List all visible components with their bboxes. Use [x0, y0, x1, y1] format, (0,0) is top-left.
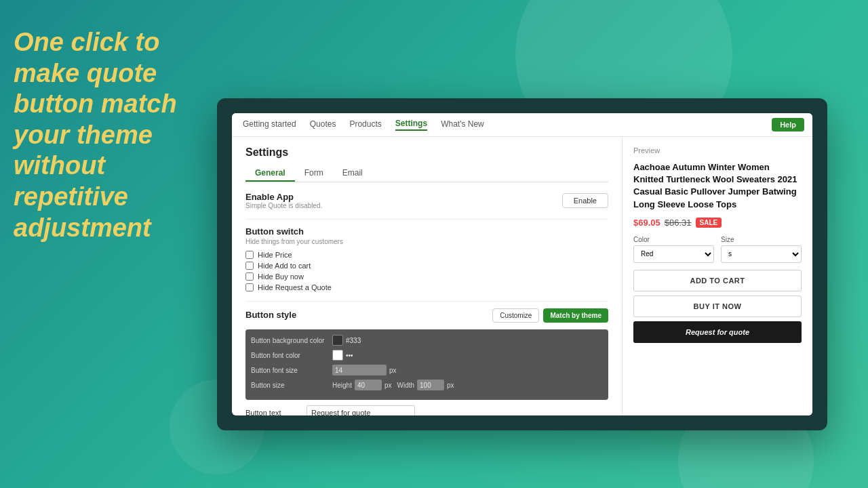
price-sale: $86.31	[665, 218, 692, 228]
product-title: Aachoae Autumn Winter Women Knitted Turt…	[633, 161, 802, 211]
button-style-title: Button style	[245, 310, 296, 320]
font-size-row: Button font size px	[251, 365, 603, 375]
color-option-group: Color Red	[633, 236, 714, 263]
hero-line-4: your theme	[14, 121, 153, 149]
settings-panel: Settings General Form Email Enable App S…	[232, 137, 623, 415]
color-select[interactable]: Red	[633, 245, 714, 263]
nav-whats-new[interactable]: What's New	[441, 119, 484, 130]
nav-getting-started[interactable]: Getting started	[243, 119, 296, 130]
nav-products[interactable]: Products	[349, 119, 381, 130]
checkbox-hide-add-to-cart: Hide Add to cart	[245, 262, 608, 270]
checkbox-hide-price-label: Hide Price	[258, 251, 292, 259]
hero-line-2: make quote	[14, 59, 157, 87]
button-text-input[interactable]	[307, 405, 415, 415]
hero-line-1: One click to	[14, 28, 159, 56]
bg-color-swatch[interactable]	[332, 335, 343, 346]
bg-color-row: Button background color #333	[251, 335, 603, 346]
checkbox-hide-price-input[interactable]	[245, 251, 254, 259]
checkbox-hide-request-quote-label: Hide Request a Quote	[258, 283, 332, 291]
button-switch-title: Button switch	[245, 226, 608, 237]
sale-badge: SALE	[696, 218, 722, 228]
font-color-value: •••	[346, 352, 353, 359]
bg-color-value: #333	[346, 337, 361, 344]
checkbox-hide-add-to-cart-input[interactable]	[245, 262, 254, 270]
nav-quotes[interactable]: Quotes	[310, 119, 336, 130]
button-switch-subtitle: Hide things from your customers	[245, 238, 608, 245]
request-quote-button[interactable]: Request for quote	[633, 321, 802, 343]
price-row: $69.05 $86.31 SALE	[633, 218, 802, 228]
subtab-form[interactable]: Form	[295, 165, 333, 182]
checkbox-hide-buy-now-input[interactable]	[245, 272, 254, 281]
add-to-cart-button[interactable]: ADD TO CART	[633, 270, 802, 291]
size-select[interactable]: s	[721, 245, 802, 263]
width-group: Width px	[397, 380, 454, 390]
hero-line-5: without	[14, 151, 105, 180]
bg-color-label: Button background color	[251, 337, 332, 344]
color-label: Color	[633, 236, 714, 243]
checkbox-hide-price: Hide Price	[245, 251, 608, 259]
font-color-label: Button font color	[251, 352, 332, 359]
button-size-row: Button size Height px Width	[251, 380, 603, 390]
hero-line-3: button match	[14, 89, 177, 118]
size-option-group: Size s	[721, 236, 802, 263]
size-label: Size	[721, 236, 802, 243]
checkbox-hide-add-to-cart-label: Hide Add to cart	[258, 262, 311, 270]
width-label: Width	[397, 382, 414, 389]
font-size-input[interactable]	[332, 365, 387, 375]
height-label: Height	[332, 382, 352, 389]
price-original: $69.05	[633, 218, 660, 228]
browser-window: Getting started Quotes Products Settings…	[217, 98, 827, 430]
hero-text: One click to make quote button match you…	[14, 27, 217, 243]
nav-bar: Getting started Quotes Products Settings…	[232, 113, 812, 137]
preview-label: Preview	[633, 146, 802, 155]
browser-inner: Getting started Quotes Products Settings…	[232, 113, 812, 415]
content-area: Settings General Form Email Enable App S…	[232, 137, 812, 415]
button-style-section: Button style Customize Match by theme Bu…	[245, 308, 608, 415]
width-input[interactable]	[417, 380, 444, 390]
help-button[interactable]: Help	[772, 118, 804, 131]
button-switch-section: Button switch Hide things from your cust…	[245, 226, 608, 291]
height-group: Height px	[332, 380, 391, 390]
height-unit: px	[384, 382, 392, 389]
buy-now-button[interactable]: BUY IT NOW	[633, 296, 802, 317]
checkbox-hide-request-quote-input[interactable]	[245, 283, 254, 291]
checkbox-hide-request-quote: Hide Request a Quote	[245, 283, 608, 291]
font-size-label: Button font size	[251, 367, 332, 374]
sub-tabs: General Form Email	[245, 165, 608, 182]
font-color-swatch[interactable]	[332, 350, 343, 361]
button-size-label: Button size	[251, 382, 332, 389]
subtab-email[interactable]: Email	[333, 165, 372, 182]
enable-app-subtitle: Simple Quote is disabled.	[245, 202, 322, 209]
preview-panel: Preview Aachoae Autumn Winter Women Knit…	[623, 137, 812, 415]
font-size-unit: px	[389, 367, 397, 374]
button-style-header: Button style Customize Match by theme	[245, 308, 608, 323]
enable-app-title: Enable App	[245, 192, 322, 202]
settings-title: Settings	[245, 146, 608, 159]
height-input[interactable]	[355, 380, 382, 390]
hero-line-6: repetitive	[14, 182, 128, 211]
customize-button[interactable]: Customize	[492, 308, 539, 323]
button-text-row: Button text	[245, 405, 608, 415]
style-grid: Button background color #333 Button font…	[245, 329, 608, 400]
button-text-label: Button text	[245, 409, 307, 415]
size-row: Height px Width px	[332, 380, 460, 390]
checkbox-hide-buy-now-label: Hide Buy now	[258, 272, 304, 281]
enable-app-row: Enable App Simple Quote is disabled. Ena…	[245, 192, 608, 209]
subtab-general[interactable]: General	[245, 165, 295, 182]
enable-app-button[interactable]: Enable	[562, 193, 608, 208]
divider-1	[245, 219, 608, 220]
width-unit: px	[447, 382, 454, 389]
match-theme-button[interactable]: Match by theme	[543, 308, 608, 323]
nav-settings[interactable]: Settings	[395, 119, 427, 131]
hero-line-7: adjustment	[14, 214, 151, 242]
divider-2	[245, 301, 608, 302]
checkbox-hide-buy-now: Hide Buy now	[245, 272, 608, 281]
font-color-row: Button font color •••	[251, 350, 603, 361]
option-row: Color Red Size s	[633, 236, 802, 263]
